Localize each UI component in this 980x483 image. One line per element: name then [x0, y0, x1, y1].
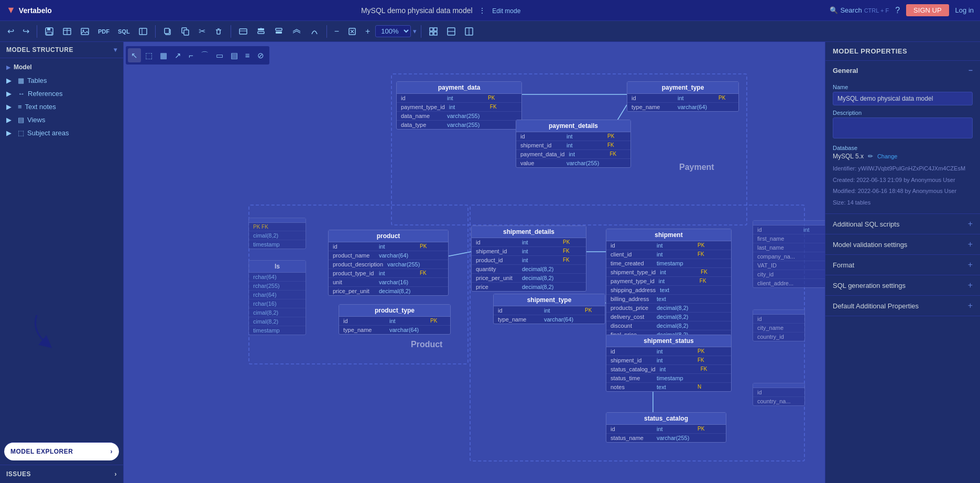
- table-row: shipment_idintFK: [516, 141, 630, 150]
- sidebar-toggle-button[interactable]: [135, 25, 151, 38]
- toggle-nulls-button[interactable]: [235, 25, 251, 38]
- zoom-out-button[interactable]: −: [331, 25, 342, 38]
- table-shipment[interactable]: shipment idintPK client_idintFK time_cre…: [606, 229, 732, 339]
- search-icon: 🔍: [830, 6, 838, 14]
- table-row: price_per_unitdecimal(8,2): [329, 287, 448, 295]
- fit-view-button[interactable]: [426, 25, 441, 38]
- name-label: Name: [833, 84, 973, 90]
- format-section[interactable]: Format +: [825, 255, 980, 275]
- ref-elbow-tool[interactable]: ⌐: [186, 48, 197, 62]
- change-link[interactable]: Change: [877, 153, 898, 159]
- database-label: Database: [833, 145, 973, 151]
- table-row: idintPK: [606, 425, 726, 434]
- issues-chevron: ›: [115, 470, 117, 478]
- model-validation-section[interactable]: Model validation settings +: [825, 234, 980, 255]
- note-tool[interactable]: ≡: [242, 48, 253, 62]
- redo-button[interactable]: ↪: [19, 24, 32, 38]
- separator-3: [231, 25, 231, 38]
- svg-rect-25: [434, 28, 437, 31]
- table-row: product_descriptionvarchar(255): [329, 260, 448, 269]
- ref-curved-tool[interactable]: ⌒: [198, 48, 212, 62]
- svg-rect-26: [430, 32, 433, 35]
- svg-rect-20: [276, 31, 282, 34]
- table-add-tool[interactable]: ▦: [157, 48, 170, 62]
- table-payment-details[interactable]: payment_details idintPK shipment_idintFK…: [516, 120, 631, 168]
- issues-panel[interactable]: ISSUES ›: [0, 465, 123, 483]
- description-input[interactable]: [833, 117, 973, 138]
- table-payment-data[interactable]: payment_data idintPK payment_type_idintF…: [396, 81, 522, 130]
- add-image-button[interactable]: [77, 25, 93, 38]
- table-row: id: [753, 388, 804, 397]
- curved-ref-button[interactable]: [307, 25, 322, 38]
- table-row: first_name: [753, 234, 825, 243]
- ref-line-tool[interactable]: ↗: [171, 48, 184, 62]
- name-input[interactable]: [833, 92, 973, 105]
- zoom-select[interactable]: 100% 75% 50% 125% 150%: [375, 25, 411, 37]
- help-icon[interactable]: ?: [895, 6, 900, 15]
- sql-button[interactable]: SQL: [115, 26, 133, 37]
- table-shipment-details[interactable]: shipment_details idintPK shipment_idintF…: [471, 226, 586, 292]
- table-row: city_id: [753, 270, 825, 279]
- arrange-down-button[interactable]: [271, 25, 287, 38]
- sidebar-item-references[interactable]: ▶ ↔ References: [0, 87, 123, 100]
- sql-generation-section[interactable]: SQL generation settings +: [825, 275, 980, 296]
- size-text: Size: 14 tables: [833, 198, 973, 208]
- collapse-panel-icon[interactable]: ▾: [114, 46, 117, 53]
- select-tool[interactable]: ↖: [128, 48, 141, 62]
- sidebar-item-views[interactable]: ▶ ▤ Views: [0, 113, 123, 126]
- add-table-button[interactable]: [59, 25, 75, 38]
- no-crossing-tool[interactable]: ⊘: [254, 48, 267, 62]
- table-product[interactable]: product idintPK product_namevarchar(64) …: [328, 230, 449, 296]
- table-header: [753, 383, 804, 388]
- table-row: idintPK: [472, 238, 586, 247]
- duplicate-button[interactable]: [178, 25, 193, 38]
- default-additional-section[interactable]: Default Additional Properties +: [825, 296, 980, 316]
- table-row: rchar(64): [249, 291, 306, 299]
- view-tool[interactable]: ▤: [227, 48, 241, 62]
- layers-button[interactable]: [289, 25, 304, 38]
- table-row: data_namevarchar(255): [397, 112, 521, 121]
- toolbar: ↩ ↪ PDF SQL ✂ − +: [0, 21, 980, 42]
- general-section-content: Name Description Database MySQL 5.x ✏ Ch…: [825, 80, 980, 213]
- sidebar-item-tables[interactable]: ▶ ▦ Tables: [0, 74, 123, 87]
- table-row: rchar(255): [249, 282, 306, 291]
- table-payment-type[interactable]: payment_type idintPK type_namevarchar(64…: [627, 81, 739, 112]
- zoom-in-button[interactable]: +: [362, 25, 373, 38]
- zoom-control: 100% 75% 50% 125% 150% ▾: [375, 25, 417, 37]
- additional-sql-section[interactable]: Additional SQL scripts +: [825, 214, 980, 234]
- save-button[interactable]: [41, 25, 57, 38]
- delete-button[interactable]: [211, 25, 226, 38]
- title-menu-icon[interactable]: ⋮: [478, 6, 486, 15]
- svg-rect-27: [434, 32, 437, 35]
- model-explorer-panel[interactable]: MODEL EXPLORER ›: [4, 442, 119, 460]
- login-link[interactable]: Log in: [955, 6, 974, 14]
- pdf-button[interactable]: PDF: [95, 26, 113, 37]
- table-row: payment_data_idintFK: [516, 150, 630, 159]
- table-row: shipment_idintFK: [606, 356, 731, 365]
- arrange-up-button[interactable]: [253, 25, 269, 38]
- undo-button[interactable]: ↩: [4, 24, 17, 38]
- table-row: discountdecimal(8,2): [606, 321, 731, 330]
- hide-button[interactable]: [443, 25, 459, 38]
- format-expand-icon: +: [968, 260, 973, 270]
- sidebar-item-subject-areas[interactable]: ▶ ⬚ Subject areas: [0, 126, 123, 139]
- table-row: shipment_type_idintFK: [606, 268, 731, 277]
- signup-button[interactable]: SIGN UP: [906, 4, 949, 16]
- zoom-fit-button[interactable]: [344, 25, 360, 38]
- canvas[interactable]: ↖ ⬚ ▦ ↗ ⌐ ⌒ ▭ ▤ ≡ ⊘: [124, 42, 825, 483]
- arrow-annotation: [21, 310, 63, 354]
- table-row: notestextN: [606, 383, 731, 391]
- search-area[interactable]: 🔍 Search CTRL + F: [830, 6, 889, 14]
- area-select-tool[interactable]: ⬚: [142, 48, 156, 62]
- general-section-header[interactable]: General −: [825, 61, 980, 80]
- subjectareas-icon: ⬚: [18, 129, 24, 137]
- area-tool[interactable]: ▭: [213, 48, 226, 62]
- cut-button[interactable]: ✂: [195, 24, 209, 38]
- copy-button[interactable]: [160, 25, 176, 38]
- sidebar-item-text-notes[interactable]: ▶ ≡ Text notes: [0, 100, 123, 113]
- split-button[interactable]: [461, 25, 477, 38]
- table-shipment-status[interactable]: shipment_status idintPK shipment_idintFK…: [606, 335, 732, 392]
- table-product-type[interactable]: product_type idintPK type_namevarchar(64…: [339, 304, 451, 335]
- table-shipment-type[interactable]: shipment_type idintPK type_namevarchar(6…: [493, 294, 605, 324]
- table-status-catalog[interactable]: status_catalog idintPK status_namevarcha…: [606, 412, 726, 443]
